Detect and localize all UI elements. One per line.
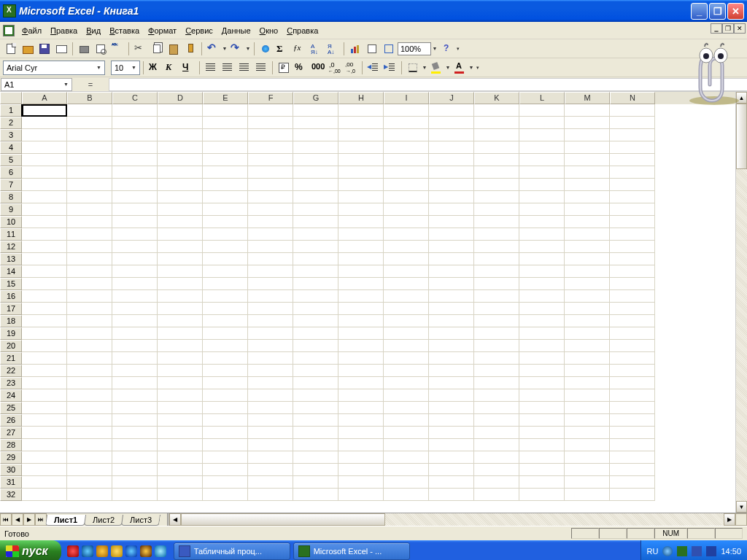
cell-G31[interactable] <box>293 476 338 489</box>
cell-K26[interactable] <box>474 414 519 427</box>
cell-M24[interactable] <box>565 389 610 402</box>
cell-B28[interactable] <box>67 439 112 451</box>
mdi-close-button[interactable]: ✕ <box>734 23 746 34</box>
cell-E10[interactable] <box>203 216 248 228</box>
cell-F1[interactable] <box>248 104 293 117</box>
tab-nav-next[interactable]: ▶ <box>23 513 35 526</box>
hyperlink-button[interactable] <box>258 41 274 57</box>
scroll-right-button[interactable]: ▶ <box>724 513 735 526</box>
tab-nav-first[interactable]: ⏮ <box>0 513 12 526</box>
cell-D5[interactable] <box>158 154 203 166</box>
cell-G32[interactable] <box>293 489 338 501</box>
borders-button[interactable] <box>405 60 421 76</box>
cell-C20[interactable] <box>112 340 158 352</box>
row-header-12[interactable]: 12 <box>0 241 22 253</box>
cell-M26[interactable] <box>565 414 610 427</box>
scroll-left-button[interactable]: ◀ <box>169 513 181 526</box>
cell-B25[interactable] <box>67 402 112 414</box>
row-header-19[interactable]: 19 <box>0 327 22 340</box>
cell-G24[interactable] <box>293 389 338 402</box>
cell-N13[interactable] <box>610 253 655 265</box>
cell-I1[interactable] <box>384 104 429 117</box>
cell-H12[interactable] <box>338 241 384 253</box>
name-box[interactable]: A1▼ <box>1 78 72 91</box>
row-header-16[interactable]: 16 <box>0 290 22 303</box>
cell-C31[interactable] <box>112 476 158 489</box>
cell-F17[interactable] <box>248 303 293 315</box>
column-header-D[interactable]: D <box>158 92 203 104</box>
cell-M13[interactable] <box>565 253 610 265</box>
cell-G27[interactable] <box>293 427 338 439</box>
cell-F32[interactable] <box>248 489 293 501</box>
cell-B24[interactable] <box>67 389 112 402</box>
cell-I31[interactable] <box>384 476 429 489</box>
cell-K27[interactable] <box>474 427 519 439</box>
menu-сервис[interactable]: Сервис <box>181 25 217 36</box>
cell-C27[interactable] <box>112 427 158 439</box>
column-header-E[interactable]: E <box>203 92 248 104</box>
cell-C17[interactable] <box>112 303 158 315</box>
cell-A26[interactable] <box>22 414 67 427</box>
cell-B9[interactable] <box>67 203 112 216</box>
cell-F19[interactable] <box>248 327 293 340</box>
cell-B10[interactable] <box>67 216 112 228</box>
cell-H29[interactable] <box>338 451 384 464</box>
cell-A25[interactable] <box>22 402 67 414</box>
cell-I19[interactable] <box>384 327 429 340</box>
font-name-combo[interactable]: Arial Cyr▼ <box>3 61 105 75</box>
cell-C6[interactable] <box>112 166 158 179</box>
cell-B5[interactable] <box>67 154 112 166</box>
cell-E26[interactable] <box>203 414 248 427</box>
cell-I4[interactable] <box>384 141 429 154</box>
cell-I18[interactable] <box>384 315 429 327</box>
cell-H13[interactable] <box>338 253 384 265</box>
cell-A11[interactable] <box>22 228 67 241</box>
cell-H18[interactable] <box>338 315 384 327</box>
cell-C29[interactable] <box>112 451 158 464</box>
taskbar-button[interactable]: Табличный проц... <box>174 542 290 560</box>
cell-D15[interactable] <box>158 278 203 290</box>
document-icon[interactable] <box>3 25 15 36</box>
cell-I6[interactable] <box>384 166 429 179</box>
cell-D26[interactable] <box>158 414 203 427</box>
cell-E29[interactable] <box>203 451 248 464</box>
cell-E11[interactable] <box>203 228 248 241</box>
cell-K17[interactable] <box>474 303 519 315</box>
cell-A4[interactable] <box>22 141 67 154</box>
menu-данные[interactable]: Данные <box>217 25 255 36</box>
cell-G19[interactable] <box>293 327 338 340</box>
cell-L5[interactable] <box>519 154 565 166</box>
sheet-tab-Лист2[interactable]: Лист2 <box>84 515 123 526</box>
ql-icon[interactable] <box>111 545 123 557</box>
cell-I23[interactable] <box>384 377 429 389</box>
cell-D6[interactable] <box>158 166 203 179</box>
cell-J11[interactable] <box>429 228 474 241</box>
cell-E21[interactable] <box>203 352 248 365</box>
cell-E19[interactable] <box>203 327 248 340</box>
cell-J26[interactable] <box>429 414 474 427</box>
select-all-corner[interactable] <box>0 92 22 104</box>
cell-M15[interactable] <box>565 278 610 290</box>
cell-D19[interactable] <box>158 327 203 340</box>
cell-D31[interactable] <box>158 476 203 489</box>
cell-N21[interactable] <box>610 352 655 365</box>
cell-J14[interactable] <box>429 265 474 278</box>
cell-J9[interactable] <box>429 203 474 216</box>
cell-I12[interactable] <box>384 241 429 253</box>
cell-F16[interactable] <box>248 290 293 303</box>
cell-C28[interactable] <box>112 439 158 451</box>
row-header-18[interactable]: 18 <box>0 315 22 327</box>
cell-J20[interactable] <box>429 340 474 352</box>
cell-A21[interactable] <box>22 352 67 365</box>
cell-N19[interactable] <box>610 327 655 340</box>
cell-E18[interactable] <box>203 315 248 327</box>
cell-H7[interactable] <box>338 179 384 191</box>
cell-G14[interactable] <box>293 265 338 278</box>
help-button[interactable] <box>438 41 454 57</box>
cell-A9[interactable] <box>22 203 67 216</box>
cell-D28[interactable] <box>158 439 203 451</box>
cell-N4[interactable] <box>610 141 655 154</box>
cell-C14[interactable] <box>112 265 158 278</box>
cell-F18[interactable] <box>248 315 293 327</box>
cell-I25[interactable] <box>384 402 429 414</box>
